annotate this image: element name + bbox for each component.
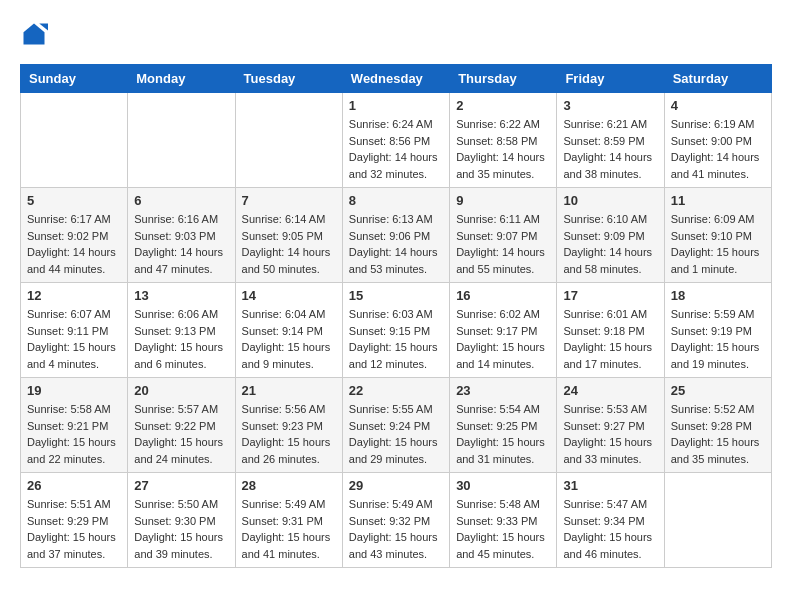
calendar-cell: 14Sunrise: 6:04 AMSunset: 9:14 PMDayligh… [235,283,342,378]
calendar-cell: 15Sunrise: 6:03 AMSunset: 9:15 PMDayligh… [342,283,449,378]
day-number: 4 [671,98,765,113]
day-info: Sunrise: 5:52 AMSunset: 9:28 PMDaylight:… [671,401,765,467]
day-info: Sunrise: 6:14 AMSunset: 9:05 PMDaylight:… [242,211,336,277]
calendar-cell: 3Sunrise: 6:21 AMSunset: 8:59 PMDaylight… [557,93,664,188]
weekday-header-wednesday: Wednesday [342,65,449,93]
calendar-cell: 1Sunrise: 6:24 AMSunset: 8:56 PMDaylight… [342,93,449,188]
day-info: Sunrise: 6:19 AMSunset: 9:00 PMDaylight:… [671,116,765,182]
calendar-cell: 22Sunrise: 5:55 AMSunset: 9:24 PMDayligh… [342,378,449,473]
day-number: 30 [456,478,550,493]
day-number: 25 [671,383,765,398]
calendar-cell [21,93,128,188]
day-number: 20 [134,383,228,398]
day-info: Sunrise: 6:06 AMSunset: 9:13 PMDaylight:… [134,306,228,372]
calendar-week-row: 1Sunrise: 6:24 AMSunset: 8:56 PMDaylight… [21,93,772,188]
day-number: 23 [456,383,550,398]
weekday-header-saturday: Saturday [664,65,771,93]
day-number: 28 [242,478,336,493]
day-number: 11 [671,193,765,208]
calendar-cell: 13Sunrise: 6:06 AMSunset: 9:13 PMDayligh… [128,283,235,378]
calendar-cell [128,93,235,188]
day-number: 8 [349,193,443,208]
calendar-header-row: SundayMondayTuesdayWednesdayThursdayFrid… [21,65,772,93]
day-info: Sunrise: 6:17 AMSunset: 9:02 PMDaylight:… [27,211,121,277]
day-number: 12 [27,288,121,303]
day-number: 2 [456,98,550,113]
calendar-cell: 24Sunrise: 5:53 AMSunset: 9:27 PMDayligh… [557,378,664,473]
day-number: 6 [134,193,228,208]
day-info: Sunrise: 5:58 AMSunset: 9:21 PMDaylight:… [27,401,121,467]
day-number: 9 [456,193,550,208]
day-info: Sunrise: 5:55 AMSunset: 9:24 PMDaylight:… [349,401,443,467]
calendar-week-row: 19Sunrise: 5:58 AMSunset: 9:21 PMDayligh… [21,378,772,473]
day-number: 21 [242,383,336,398]
weekday-header-monday: Monday [128,65,235,93]
calendar-cell: 23Sunrise: 5:54 AMSunset: 9:25 PMDayligh… [450,378,557,473]
calendar-cell: 4Sunrise: 6:19 AMSunset: 9:00 PMDaylight… [664,93,771,188]
day-number: 17 [563,288,657,303]
calendar-cell: 29Sunrise: 5:49 AMSunset: 9:32 PMDayligh… [342,473,449,568]
day-info: Sunrise: 5:54 AMSunset: 9:25 PMDaylight:… [456,401,550,467]
day-info: Sunrise: 6:07 AMSunset: 9:11 PMDaylight:… [27,306,121,372]
day-number: 29 [349,478,443,493]
calendar-cell: 17Sunrise: 6:01 AMSunset: 9:18 PMDayligh… [557,283,664,378]
calendar-cell: 20Sunrise: 5:57 AMSunset: 9:22 PMDayligh… [128,378,235,473]
day-info: Sunrise: 5:59 AMSunset: 9:19 PMDaylight:… [671,306,765,372]
day-info: Sunrise: 5:49 AMSunset: 9:32 PMDaylight:… [349,496,443,562]
day-number: 5 [27,193,121,208]
calendar-cell: 9Sunrise: 6:11 AMSunset: 9:07 PMDaylight… [450,188,557,283]
day-number: 16 [456,288,550,303]
calendar-cell: 27Sunrise: 5:50 AMSunset: 9:30 PMDayligh… [128,473,235,568]
calendar-cell: 21Sunrise: 5:56 AMSunset: 9:23 PMDayligh… [235,378,342,473]
calendar-cell [664,473,771,568]
day-info: Sunrise: 6:09 AMSunset: 9:10 PMDaylight:… [671,211,765,277]
calendar-cell: 28Sunrise: 5:49 AMSunset: 9:31 PMDayligh… [235,473,342,568]
day-info: Sunrise: 6:16 AMSunset: 9:03 PMDaylight:… [134,211,228,277]
day-info: Sunrise: 6:04 AMSunset: 9:14 PMDaylight:… [242,306,336,372]
day-number: 22 [349,383,443,398]
calendar-cell: 26Sunrise: 5:51 AMSunset: 9:29 PMDayligh… [21,473,128,568]
day-number: 1 [349,98,443,113]
weekday-header-thursday: Thursday [450,65,557,93]
day-info: Sunrise: 5:47 AMSunset: 9:34 PMDaylight:… [563,496,657,562]
weekday-header-tuesday: Tuesday [235,65,342,93]
day-info: Sunrise: 5:53 AMSunset: 9:27 PMDaylight:… [563,401,657,467]
day-info: Sunrise: 5:57 AMSunset: 9:22 PMDaylight:… [134,401,228,467]
day-info: Sunrise: 5:50 AMSunset: 9:30 PMDaylight:… [134,496,228,562]
day-info: Sunrise: 6:10 AMSunset: 9:09 PMDaylight:… [563,211,657,277]
day-number: 31 [563,478,657,493]
day-number: 27 [134,478,228,493]
day-number: 7 [242,193,336,208]
calendar-cell [235,93,342,188]
day-info: Sunrise: 6:03 AMSunset: 9:15 PMDaylight:… [349,306,443,372]
day-number: 26 [27,478,121,493]
calendar-week-row: 5Sunrise: 6:17 AMSunset: 9:02 PMDaylight… [21,188,772,283]
day-number: 14 [242,288,336,303]
day-info: Sunrise: 6:11 AMSunset: 9:07 PMDaylight:… [456,211,550,277]
day-number: 10 [563,193,657,208]
calendar-table: SundayMondayTuesdayWednesdayThursdayFrid… [20,64,772,568]
day-info: Sunrise: 6:01 AMSunset: 9:18 PMDaylight:… [563,306,657,372]
day-number: 3 [563,98,657,113]
calendar-cell: 18Sunrise: 5:59 AMSunset: 9:19 PMDayligh… [664,283,771,378]
weekday-header-friday: Friday [557,65,664,93]
calendar-week-row: 26Sunrise: 5:51 AMSunset: 9:29 PMDayligh… [21,473,772,568]
day-info: Sunrise: 6:22 AMSunset: 8:58 PMDaylight:… [456,116,550,182]
day-number: 18 [671,288,765,303]
day-info: Sunrise: 5:56 AMSunset: 9:23 PMDaylight:… [242,401,336,467]
day-number: 15 [349,288,443,303]
day-info: Sunrise: 6:21 AMSunset: 8:59 PMDaylight:… [563,116,657,182]
calendar-week-row: 12Sunrise: 6:07 AMSunset: 9:11 PMDayligh… [21,283,772,378]
calendar-cell: 5Sunrise: 6:17 AMSunset: 9:02 PMDaylight… [21,188,128,283]
logo [20,20,52,48]
calendar-cell: 19Sunrise: 5:58 AMSunset: 9:21 PMDayligh… [21,378,128,473]
svg-marker-0 [24,24,45,45]
day-info: Sunrise: 6:24 AMSunset: 8:56 PMDaylight:… [349,116,443,182]
calendar-cell: 30Sunrise: 5:48 AMSunset: 9:33 PMDayligh… [450,473,557,568]
calendar-cell: 8Sunrise: 6:13 AMSunset: 9:06 PMDaylight… [342,188,449,283]
day-info: Sunrise: 5:48 AMSunset: 9:33 PMDaylight:… [456,496,550,562]
day-info: Sunrise: 5:49 AMSunset: 9:31 PMDaylight:… [242,496,336,562]
page-header [20,20,772,48]
day-info: Sunrise: 6:13 AMSunset: 9:06 PMDaylight:… [349,211,443,277]
day-info: Sunrise: 6:02 AMSunset: 9:17 PMDaylight:… [456,306,550,372]
